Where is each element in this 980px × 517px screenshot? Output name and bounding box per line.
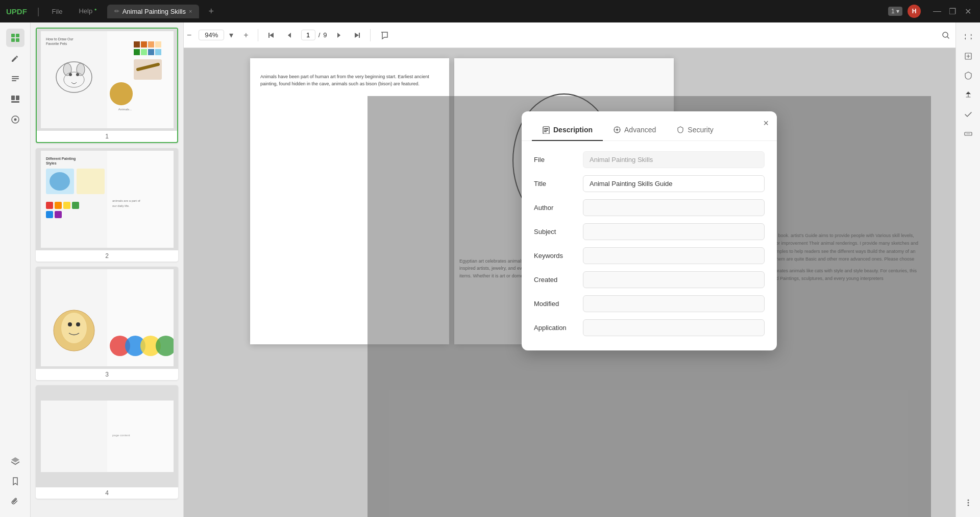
search-button[interactable]	[938, 29, 953, 42]
sidebar-icon-thumbnail[interactable]	[6, 29, 24, 47]
svg-rect-12	[41, 31, 107, 128]
svg-rect-82	[966, 133, 970, 134]
tab-close-icon[interactable]: ×	[189, 8, 192, 14]
subject-input[interactable]	[583, 223, 765, 240]
form-row-title: Title	[534, 175, 765, 192]
comment-button[interactable]	[377, 29, 392, 42]
sidebar-left	[0, 22, 31, 517]
thumbnail-4[interactable]: page content 4	[36, 385, 178, 499]
modal-body: File Title Author Subject	[522, 141, 777, 350]
sidebar-icon-tools[interactable]	[6, 110, 24, 129]
sidebar-icon-bookmark[interactable]	[6, 472, 24, 490]
avatar[interactable]: H	[908, 5, 921, 18]
thumb-num-4: 4	[36, 487, 178, 499]
svg-rect-27	[155, 41, 161, 48]
add-tab-button[interactable]: +	[203, 3, 219, 20]
minimize-button[interactable]: —	[931, 7, 943, 16]
svg-rect-7	[11, 96, 15, 100]
thumbnail-2[interactable]: Different Painting Styles animals are a …	[36, 148, 178, 262]
sidebar-right-share[interactable]	[960, 87, 976, 103]
svg-rect-25	[141, 41, 147, 48]
zoom-out-button[interactable]: −	[184, 29, 194, 42]
svg-rect-29	[141, 49, 147, 55]
application-input[interactable]	[583, 319, 765, 336]
svg-rect-1	[16, 34, 19, 37]
svg-point-19	[69, 73, 72, 76]
titlebar-right: 1 ▾ H — ❐ ✕	[888, 5, 974, 18]
tab-help[interactable]: Help ●	[72, 4, 103, 18]
thumbnail-1[interactable]: How to Draw Our Favorite Pets Animals...	[36, 28, 178, 143]
nav-last-button[interactable]	[350, 29, 364, 41]
sidebar-icon-layers[interactable]	[6, 452, 24, 470]
sidebar-icon-organize[interactable]	[6, 90, 24, 108]
svg-point-51	[68, 322, 72, 326]
page-total: 9	[323, 31, 327, 39]
form-row-modified: Modified	[534, 295, 765, 312]
title-input[interactable]	[583, 175, 765, 192]
svg-rect-8	[16, 96, 19, 100]
svg-rect-30	[148, 49, 154, 55]
svg-rect-33	[41, 151, 107, 248]
svg-rect-31	[155, 49, 161, 55]
keywords-input[interactable]	[583, 247, 765, 264]
svg-point-52	[76, 322, 80, 326]
svg-text:page content: page content	[112, 434, 130, 437]
sidebar-icon-edit[interactable]	[6, 49, 24, 67]
form-row-keywords: Keywords	[534, 247, 765, 264]
page-input[interactable]	[301, 30, 315, 40]
file-input[interactable]	[583, 151, 765, 168]
svg-text:Different Painting: Different Painting	[46, 157, 76, 161]
svg-rect-43	[46, 211, 53, 218]
svg-rect-42	[72, 202, 79, 209]
thumbnail-3[interactable]: 3	[36, 267, 178, 380]
sidebar-icon-annotate[interactable]	[6, 69, 24, 88]
created-input[interactable]	[583, 271, 765, 288]
svg-rect-76	[544, 130, 548, 131]
sidebar-right-extract[interactable]	[960, 48, 976, 64]
svg-point-50	[61, 313, 87, 343]
created-label: Created	[534, 276, 575, 284]
tab-document[interactable]: ✏ Animal Painting Skills ×	[107, 5, 200, 18]
thumb-img-3	[36, 267, 178, 369]
svg-point-11	[14, 119, 16, 121]
sidebar-right-more[interactable]	[960, 495, 976, 511]
thumb-num-1: 1	[37, 131, 177, 142]
svg-text:animals are a part of: animals are a part of	[112, 199, 140, 202]
tab-security[interactable]: Security	[666, 120, 724, 141]
sidebar-icon-attachment[interactable]	[6, 492, 24, 511]
svg-rect-24	[134, 41, 140, 48]
modified-input[interactable]	[583, 295, 765, 312]
form-row-subject: Subject	[534, 223, 765, 240]
titlebar-sep: |	[37, 6, 40, 17]
modal-overlay: Description Advanced Security × File	[368, 96, 931, 517]
sidebar-right-verify[interactable]	[960, 106, 976, 123]
thumb-img-2: Different Painting Styles animals are a …	[36, 148, 178, 250]
svg-rect-38	[77, 169, 105, 194]
svg-rect-41	[63, 202, 70, 209]
author-input[interactable]	[583, 199, 765, 216]
page-badge: 1 ▾	[888, 7, 902, 16]
nav-next-button[interactable]	[331, 29, 346, 41]
tab-file[interactable]: File	[46, 5, 69, 18]
svg-rect-75	[544, 128, 548, 129]
sidebar-right-compress[interactable]	[960, 126, 976, 142]
pdf-text-left: Animals have been part of human art from…	[260, 74, 439, 87]
sidebar-right-convert[interactable]	[960, 29, 976, 45]
nav-first-button[interactable]	[264, 29, 279, 41]
modal-close-button[interactable]: ×	[763, 119, 769, 128]
zoom-dropdown-button[interactable]: ▾	[226, 28, 236, 42]
close-button[interactable]: ✕	[962, 7, 974, 16]
svg-text:Styles: Styles	[46, 161, 57, 166]
toolbar-separator-2	[370, 29, 371, 41]
maximize-button[interactable]: ❐	[946, 7, 959, 16]
zoom-in-button[interactable]: +	[240, 29, 251, 42]
tab-description[interactable]: Description	[532, 120, 603, 141]
nav-prev-button[interactable]	[283, 29, 297, 41]
author-label: Author	[534, 204, 575, 212]
sidebar-right-protect[interactable]	[960, 67, 976, 84]
thumb-num-3: 3	[36, 369, 178, 380]
svg-point-20	[76, 73, 79, 76]
tab-advanced[interactable]: Advanced	[603, 120, 666, 141]
zoom-value[interactable]: 94%	[199, 30, 224, 40]
modal-header: Description Advanced Security ×	[522, 111, 777, 141]
